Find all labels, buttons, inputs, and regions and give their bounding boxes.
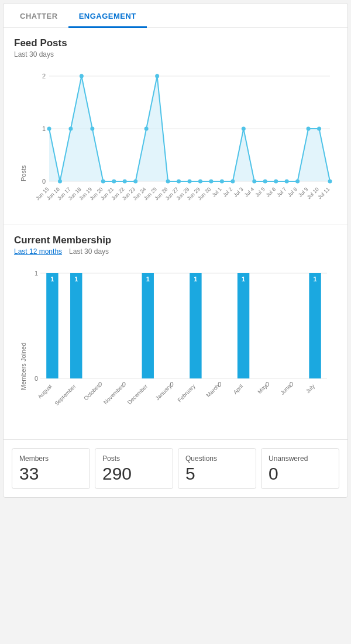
bar-chart-wrapper: Members Joined 1 0 1August1September0Oct… (20, 261, 337, 433)
svg-text:November: November (102, 383, 125, 406)
stat-members-value: 33 (19, 465, 82, 483)
svg-rect-80 (190, 273, 201, 378)
svg-text:Jul 7: Jul 7 (276, 186, 288, 198)
filter-last-30-days[interactable]: Last 30 days (69, 247, 109, 256)
svg-text:December: December (126, 383, 149, 406)
feed-posts-title: Feed Posts (14, 37, 337, 49)
svg-text:April: April (232, 383, 244, 395)
svg-point-22 (209, 180, 213, 184)
svg-point-17 (155, 74, 159, 78)
svg-point-27 (263, 180, 267, 184)
svg-text:0: 0 (42, 178, 46, 185)
svg-point-31 (307, 127, 311, 131)
tabs-bar: CHATTER ENGAGEMENT (4, 4, 347, 28)
stat-members-label: Members (19, 454, 82, 463)
svg-point-28 (274, 180, 278, 184)
stat-unanswered: Unanswered 0 (261, 448, 339, 489)
svg-text:Jul 1: Jul 1 (211, 186, 223, 198)
main-container: CHATTER ENGAGEMENT Feed Posts Last 30 da… (3, 3, 348, 498)
svg-text:1: 1 (50, 275, 54, 283)
svg-point-9 (68, 127, 73, 131)
bar-chart-svg-wrap: 1 0 1August1September0October0November1D… (30, 261, 337, 433)
svg-text:Jul 4: Jul 4 (243, 186, 256, 198)
svg-point-33 (328, 180, 332, 184)
svg-text:Jul 2: Jul 2 (222, 186, 234, 198)
stat-posts-label: Posts (102, 454, 166, 463)
stat-members: Members 33 (12, 448, 90, 489)
line-chart-svg-wrap: 2 1 0 Jun 15Jun 16Jun 17Jun 18Jun 19Jun … (30, 64, 337, 219)
svg-text:September: September (53, 383, 77, 407)
svg-text:October: October (82, 383, 101, 402)
svg-text:July: July (304, 383, 316, 394)
svg-point-11 (90, 127, 94, 131)
svg-text:0: 0 (35, 375, 38, 382)
svg-point-21 (198, 180, 202, 184)
svg-text:1: 1 (314, 275, 317, 283)
svg-point-32 (317, 127, 321, 131)
svg-text:1: 1 (146, 275, 150, 283)
svg-point-20 (188, 180, 192, 184)
svg-point-26 (252, 180, 256, 184)
current-membership-title: Current Membership (14, 235, 337, 246)
svg-point-10 (80, 74, 84, 78)
feed-posts-section: Feed Posts Last 30 days Posts 2 1 0 Jun … (4, 28, 347, 225)
stat-posts-value: 290 (102, 465, 166, 483)
svg-point-12 (101, 180, 105, 184)
svg-point-14 (123, 180, 127, 184)
svg-rect-68 (70, 273, 82, 378)
svg-point-18 (166, 180, 170, 184)
stat-unanswered-value: 0 (269, 465, 332, 483)
svg-text:Jul 5: Jul 5 (254, 186, 266, 198)
svg-text:1: 1 (74, 275, 78, 283)
tab-engagement[interactable]: ENGAGEMENT (68, 4, 147, 28)
current-membership-section: Current Membership Last 12 months Last 3… (4, 225, 347, 440)
svg-point-24 (230, 180, 235, 184)
svg-point-25 (242, 127, 246, 131)
svg-text:Jul 10: Jul 10 (306, 186, 320, 200)
svg-rect-65 (46, 273, 58, 378)
stat-questions-value: 5 (185, 465, 249, 483)
line-chart-y-axis-label: Posts (20, 64, 27, 181)
svg-text:1: 1 (42, 125, 46, 132)
svg-rect-92 (309, 273, 321, 378)
svg-text:February: February (176, 383, 197, 403)
svg-point-8 (58, 180, 62, 184)
stat-questions-label: Questions (185, 454, 249, 463)
svg-point-15 (133, 180, 137, 184)
filter-last-12-months[interactable]: Last 12 months (14, 247, 62, 256)
svg-point-29 (285, 180, 289, 184)
stat-posts: Posts 290 (95, 448, 173, 489)
svg-rect-85 (238, 273, 249, 378)
svg-text:1: 1 (194, 275, 197, 283)
tab-chatter[interactable]: CHATTER (9, 4, 68, 27)
svg-text:1: 1 (35, 270, 38, 277)
svg-text:2: 2 (42, 73, 46, 80)
svg-text:January: January (154, 383, 173, 401)
svg-point-13 (112, 180, 116, 184)
svg-text:Jul 11: Jul 11 (316, 186, 331, 200)
svg-point-19 (177, 180, 181, 184)
svg-text:Jul 3: Jul 3 (232, 186, 245, 198)
svg-rect-75 (142, 273, 154, 378)
svg-text:1: 1 (242, 275, 245, 283)
svg-text:Jul 8: Jul 8 (287, 186, 299, 198)
svg-point-7 (47, 127, 51, 131)
svg-text:Jul 6: Jul 6 (265, 186, 277, 198)
svg-point-30 (295, 180, 300, 184)
line-chart: 2 1 0 Jun 15Jun 16Jun 17Jun 18Jun 19Jun … (30, 64, 337, 216)
stat-unanswered-label: Unanswered (269, 454, 332, 463)
feed-posts-subtitle: Last 30 days (14, 50, 337, 58)
svg-point-23 (220, 180, 224, 184)
svg-point-16 (144, 127, 149, 131)
bar-chart: 1 0 1August1September0October0November1D… (30, 261, 337, 431)
stat-questions: Questions 5 (178, 448, 256, 489)
stats-row: Members 33 Posts 290 Questions 5 Unanswe… (4, 440, 347, 497)
line-chart-wrapper: Posts 2 1 0 Jun 15Jun 16Jun 17Jun 18Jun … (20, 64, 337, 219)
bar-chart-y-axis-label: Members Joined (20, 261, 27, 390)
svg-text:August: August (36, 383, 53, 400)
svg-text:March: March (205, 383, 220, 398)
filter-links: Last 12 months Last 30 days (14, 247, 337, 256)
